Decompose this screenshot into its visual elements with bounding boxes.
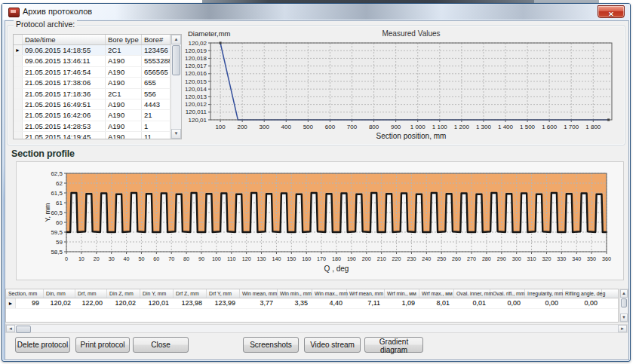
svg-text:310: 310: [527, 255, 536, 262]
cell: A190: [106, 121, 142, 131]
svg-text:340: 340: [572, 255, 581, 262]
print-protocol-button[interactable]: Print protocol: [75, 337, 130, 353]
svg-text:500: 500: [303, 124, 314, 130]
svg-text:290: 290: [497, 255, 506, 262]
svg-text:120,011: 120,011: [186, 109, 207, 115]
close-button[interactable]: ✕: [598, 5, 625, 18]
scroll-down-button[interactable]: ▼: [620, 314, 628, 322]
protocol-table[interactable]: Date/timeBore typeBore#►09.06.2015 14:18…: [13, 34, 182, 139]
scroll-down-button[interactable]: ▼: [171, 129, 181, 139]
column-header[interactable]: Wrf max., мм: [419, 289, 454, 298]
scroll-thumb[interactable]: [621, 298, 627, 307]
results-horizontal-scrollbar[interactable]: ◄►: [5, 324, 628, 333]
table-row[interactable]: 21.05.2015 14:19:45A19011: [14, 132, 181, 139]
section-profile-chart: 0102030405060708090100110120130140150160…: [18, 164, 620, 277]
section-profile-heading: Section profile: [11, 148, 75, 159]
column-header[interactable]: Win mean, mm: [240, 289, 278, 298]
table-row[interactable]: 21.05.2015 16:49:51A1904443: [14, 99, 181, 110]
column-header[interactable]: Bore type: [106, 35, 142, 44]
table-row[interactable]: 09.06.2015 13:46:11A19055532882: [14, 56, 181, 66]
column-header[interactable]: Oval. inner, mm: [454, 289, 490, 298]
cell: 21.05.2015 14:19:45: [23, 132, 106, 139]
svg-text:100: 100: [212, 255, 221, 262]
cell: 120,02: [45, 298, 76, 308]
video-stream-button[interactable]: Video stream: [304, 337, 361, 353]
scroll-thumb[interactable]: [16, 326, 31, 333]
cell: 2C1: [106, 45, 142, 55]
cell: 21.05.2015 16:42:06: [23, 110, 106, 120]
delete-protocol-button[interactable]: Delete protocol: [15, 337, 70, 353]
svg-text:120,016: 120,016: [185, 70, 207, 77]
scroll-up-button[interactable]: ▲: [171, 35, 181, 44]
cell: 7,11: [348, 298, 386, 308]
close-dialog-button[interactable]: Close: [133, 337, 189, 353]
cell: 3,77: [241, 298, 278, 308]
row-selector-cell: ►: [6, 298, 16, 308]
svg-text:260: 260: [452, 255, 461, 262]
column-header[interactable]: Date/time: [23, 35, 106, 44]
results-vertical-scrollbar[interactable]: ▲▼: [619, 289, 628, 323]
scroll-up-button[interactable]: ▲: [620, 289, 628, 298]
table-row[interactable]: 21.05.2015 14:28:53A1901: [14, 121, 181, 132]
column-header[interactable]: Irregularity, mm: [525, 289, 563, 298]
cell: 8,01: [420, 298, 455, 308]
column-header[interactable]: Drf, mm: [75, 289, 107, 298]
svg-text:230: 230: [407, 255, 416, 262]
svg-text:300: 300: [260, 124, 270, 130]
cell: 21.05.2015 17:18:36: [23, 89, 106, 99]
svg-text:160: 160: [302, 255, 311, 262]
results-table[interactable]: Section, mmDin, mmDrf, mmDin Z, mmDin Y,…: [5, 289, 619, 323]
column-header[interactable]: Wrf mean, mm: [347, 289, 385, 298]
column-header[interactable]: Section, mm: [6, 289, 44, 298]
svg-text:60: 60: [153, 255, 159, 262]
svg-text:180: 180: [332, 255, 341, 262]
table-row[interactable]: 21.05.2015 16:42:06A19021: [14, 110, 181, 121]
table-row[interactable]: 21.05.2015 17:38:06A190655: [14, 78, 181, 88]
close-icon: ✕: [608, 11, 614, 18]
svg-text:1 100: 1 100: [432, 124, 448, 130]
cell: 0,01: [455, 298, 491, 308]
row-selector-cell: [14, 99, 23, 109]
scroll-thumb[interactable]: [172, 45, 180, 75]
column-header[interactable]: Oval. rifl., mm: [490, 289, 525, 298]
window-protocol-archive: Архив протоколов ✕ Protocol archive: Dat…: [2, 3, 631, 362]
table-row[interactable]: 21.05.2015 17:46:54A190656565: [14, 67, 181, 78]
column-header[interactable]: Win min., mm: [278, 289, 312, 298]
cell: 556: [142, 89, 171, 99]
dialog-client-area: Protocol archive: Date/timeBore typeBore…: [5, 20, 629, 360]
protocol-archive-label: Protocol archive:: [14, 20, 77, 29]
results-table-header: Section, mmDin, mmDrf, mmDin Z, mmDin Y,…: [6, 289, 618, 298]
svg-text:1 400: 1 400: [498, 124, 514, 130]
screenshots-button[interactable]: Screenshots: [243, 337, 299, 353]
svg-text:120,02: 120,02: [189, 40, 207, 47]
column-header[interactable]: Drf Y, mm: [207, 289, 240, 298]
svg-text:190: 190: [347, 255, 356, 262]
cell: 123,98: [174, 298, 207, 308]
svg-text:120,019: 120,019: [185, 47, 207, 54]
column-header[interactable]: Din Y, mm: [140, 289, 174, 298]
scroll-left-button[interactable]: ◄: [6, 325, 15, 332]
column-header[interactable]: Din Z, mm: [107, 289, 140, 298]
svg-text:350: 350: [587, 255, 596, 262]
table-row[interactable]: ►09.06.2015 14:18:552C1123456: [14, 45, 181, 56]
row-selector-cell: [14, 110, 23, 120]
column-header[interactable]: Win max., mm: [312, 289, 347, 298]
svg-text:1 800: 1 800: [585, 124, 601, 130]
svg-text:110: 110: [227, 255, 235, 262]
svg-text:280: 280: [482, 255, 491, 262]
gradient-diagram-button[interactable]: Gradient diagram: [364, 337, 423, 353]
titlebar[interactable]: Архив протоколов ✕: [2, 4, 630, 20]
svg-text:1 300: 1 300: [476, 124, 492, 130]
svg-text:80: 80: [183, 255, 189, 262]
protocol-table-scrollbar[interactable]: ▲▼: [171, 35, 181, 139]
column-header[interactable]: Din, mm: [44, 289, 75, 298]
svg-text:40: 40: [124, 255, 130, 262]
table-row[interactable]: ►99120,02122,00120,02120,01123,98123,993…: [6, 298, 618, 309]
column-header[interactable]: Bore#: [142, 35, 171, 44]
table-row[interactable]: 21.05.2015 17:18:362C1556: [14, 89, 181, 99]
column-header[interactable]: Wrf min., мм: [385, 289, 419, 298]
column-header[interactable]: Drf Z, mm: [174, 289, 207, 298]
svg-text:300: 300: [512, 255, 521, 262]
scroll-right-button[interactable]: ►: [618, 325, 627, 332]
column-header[interactable]: Rifling angle, deg: [563, 289, 602, 298]
